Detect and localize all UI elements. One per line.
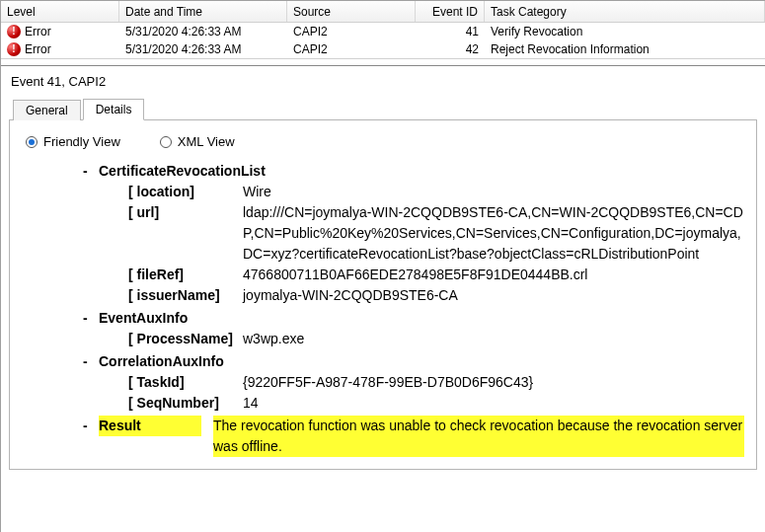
node-correlationauxinfo: -CorrelationAuxInfo TaskId {9220FF5F-A98… bbox=[101, 351, 744, 414]
cell-date: 5/31/2020 4:26:33 AM bbox=[119, 23, 287, 40]
error-icon bbox=[7, 42, 21, 56]
kv-key: location bbox=[128, 182, 237, 202]
kv-val: 14 bbox=[237, 393, 744, 414]
tab-body: Friendly View XML View -CertificateRevoc… bbox=[9, 120, 757, 470]
result-value: The revocation function was unable to ch… bbox=[213, 416, 744, 457]
kv-key: TaskId bbox=[128, 372, 237, 393]
view-toggle: Friendly View XML View bbox=[22, 130, 744, 161]
col-header-eventid[interactable]: Event ID bbox=[416, 1, 485, 22]
node-crl: -CertificateRevocationList location Wire… bbox=[101, 161, 744, 306]
kv-issuername: issuerName joymalya-WIN-2CQQDB9STE6-CA bbox=[101, 285, 744, 306]
cell-task: Verify Revocation bbox=[485, 23, 765, 40]
tabstrip: General Details bbox=[9, 97, 757, 120]
cell-date: 5/31/2020 4:26:33 AM bbox=[119, 40, 287, 58]
node-name: CorrelationAuxInfo bbox=[99, 351, 224, 372]
kv-location: location Wire bbox=[101, 182, 744, 202]
kv-val: 4766800711B0AF66EDE278498E5F8F91DE0444BB… bbox=[237, 265, 744, 285]
node-name: Result bbox=[99, 416, 201, 436]
kv-url: url ldap:///CN=joymalya-WIN-2CQQDB9STE6-… bbox=[101, 202, 744, 265]
event-grid: Level Date and Time Source Event ID Task… bbox=[1, 1, 765, 59]
cell-eventid: 41 bbox=[416, 23, 485, 40]
cell-eventid: 42 bbox=[416, 40, 485, 58]
cell-level: Error bbox=[1, 23, 119, 40]
col-header-date[interactable]: Date and Time bbox=[119, 1, 287, 22]
node-eventauxinfo: -EventAuxInfo ProcessName w3wp.exe bbox=[101, 308, 744, 349]
table-row[interactable]: Error 5/31/2020 4:26:33 AM CAPI2 41 Veri… bbox=[1, 23, 765, 40]
tab-details[interactable]: Details bbox=[83, 99, 145, 120]
friendly-tree: -CertificateRevocationList location Wire… bbox=[22, 161, 744, 457]
node-name: EventAuxInfo bbox=[99, 308, 188, 329]
cell-level: Error bbox=[1, 40, 119, 58]
col-header-task[interactable]: Task Category bbox=[485, 1, 765, 22]
kv-key: url bbox=[128, 202, 237, 223]
radio-friendly-view[interactable]: Friendly View bbox=[26, 134, 120, 149]
radio-xml-view[interactable]: XML View bbox=[160, 134, 235, 149]
cell-source: CAPI2 bbox=[287, 40, 416, 58]
cell-task: Reject Revocation Information bbox=[485, 40, 765, 58]
kv-val: ldap:///CN=joymalya-WIN-2CQQDB9STE6-CA,C… bbox=[237, 202, 744, 265]
radio-dot-icon bbox=[160, 136, 172, 148]
kv-val: {9220FF5F-A987-478F-99EB-D7B0D6F96C43} bbox=[237, 372, 744, 393]
radio-label: XML View bbox=[178, 134, 235, 149]
kv-key: fileRef bbox=[128, 265, 237, 285]
error-icon bbox=[7, 25, 21, 38]
col-header-level[interactable]: Level bbox=[1, 1, 119, 22]
kv-seqnumber: SeqNumber 14 bbox=[101, 393, 744, 414]
radio-label: Friendly View bbox=[43, 134, 120, 149]
node-result: - Result The revocation function was una… bbox=[101, 416, 744, 457]
col-header-source[interactable]: Source bbox=[287, 1, 416, 22]
table-row[interactable]: Error 5/31/2020 4:26:33 AM CAPI2 42 Reje… bbox=[1, 40, 765, 58]
radio-dot-icon bbox=[26, 136, 38, 148]
node-name: CertificateRevocationList bbox=[99, 161, 266, 182]
cell-source: CAPI2 bbox=[287, 23, 416, 40]
kv-processname: ProcessName w3wp.exe bbox=[101, 329, 744, 349]
kv-key: ProcessName bbox=[128, 329, 237, 349]
kv-val: Wire bbox=[237, 182, 744, 202]
tab-general[interactable]: General bbox=[13, 100, 81, 120]
kv-key: issuerName bbox=[128, 285, 237, 306]
kv-key: SeqNumber bbox=[128, 393, 237, 414]
grid-header: Level Date and Time Source Event ID Task… bbox=[1, 1, 765, 23]
detail-title: Event 41, CAPI2 bbox=[9, 72, 757, 97]
kv-val: joymalya-WIN-2CQQDB9STE6-CA bbox=[237, 285, 744, 306]
kv-val: w3wp.exe bbox=[237, 329, 744, 349]
kv-fileref: fileRef 4766800711B0AF66EDE278498E5F8F91… bbox=[101, 265, 744, 285]
detail-pane: Event 41, CAPI2 General Details Friendly… bbox=[1, 65, 765, 470]
kv-taskid: TaskId {9220FF5F-A987-478F-99EB-D7B0D6F9… bbox=[101, 372, 744, 393]
